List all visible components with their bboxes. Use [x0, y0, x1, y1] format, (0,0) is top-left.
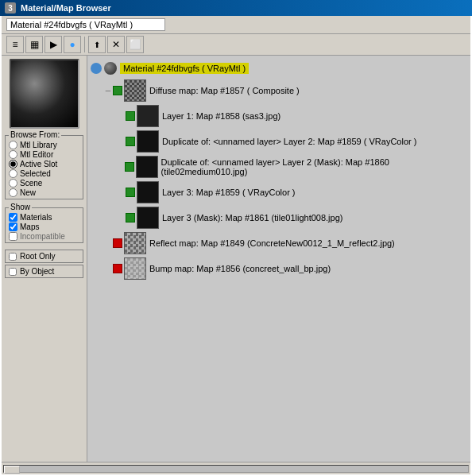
- root-only-label: Root Only: [20, 252, 55, 261]
- thumb-5: [137, 207, 159, 229]
- thumb-1: [137, 105, 159, 127]
- tree-item-3[interactable]: Duplicate of: <unnamed layer> Layer 2 (M…: [91, 154, 467, 180]
- material-label: Material #24fdbvgfs ( VRayMtl ): [6, 18, 165, 31]
- connector-green-4: [126, 188, 135, 197]
- radio-mtl-editor-label: Mtl Editor: [20, 150, 53, 159]
- root-item-text: Material #24fdbvgfs ( VRayMtl ): [120, 63, 249, 74]
- item-text-1: Layer 1: Map #1858 (sas3.jpg): [162, 111, 280, 121]
- tree-item-1[interactable]: Layer 1: Map #1858 (sas3.jpg): [91, 103, 467, 129]
- connector-green-2: [126, 137, 135, 146]
- root-only-button[interactable]: Root Only: [5, 250, 83, 263]
- tree-item-4[interactable]: Layer 3: Map #1859 ( VRayColor ): [91, 180, 467, 205]
- item-text-3: Duplicate of: <unnamed layer> Layer 2 (M…: [161, 157, 468, 176]
- tree-item-0[interactable]: ─ Diffuse map: Map #1857 ( Composite ): [91, 78, 467, 103]
- horizontal-scrollbar[interactable]: [2, 462, 470, 474]
- tree-item-5[interactable]: Layer 3 (Mask): Map #1861 (tile01light00…: [91, 205, 467, 230]
- by-object-button[interactable]: By Object: [5, 265, 83, 278]
- thumb-4: [137, 181, 159, 203]
- title-bar: 3 Material/Map Browser: [0, 0, 472, 16]
- root-sphere-icon: [103, 61, 118, 75]
- main-container: Material #24fdbvgfs ( VRayMtl ) ≡ ▦ ▶ ● …: [0, 16, 472, 476]
- connector-red-7: [113, 264, 122, 273]
- connector-red-6: [113, 238, 122, 248]
- radio-mtl-library-label: Mtl Library: [20, 141, 57, 149]
- go-button[interactable]: ▶: [44, 36, 62, 53]
- tree-item-6[interactable]: Reflect map: Map #1849 (ConcreteNew0012_…: [91, 230, 467, 256]
- radio-selected[interactable]: Selected: [9, 169, 79, 178]
- radio-scene[interactable]: Scene: [9, 179, 79, 188]
- scrollbar-thumb[interactable]: [4, 466, 20, 474]
- thumb-7: [124, 257, 146, 280]
- connector-green-0: [113, 86, 122, 95]
- browse-from-group: Browse From: Mtl Library Mtl Editor Acti…: [5, 135, 83, 199]
- connector-green-3: [125, 162, 134, 172]
- check-maps[interactable]: Maps: [9, 223, 79, 231]
- browse-from-label: Browse From:: [9, 130, 61, 139]
- tree-item-2[interactable]: Duplicate of: <unnamed layer> Layer 2: M…: [91, 129, 467, 154]
- thumb-6: [124, 232, 146, 254]
- check-incompatible-input[interactable]: [9, 232, 17, 241]
- app-icon: 3: [5, 2, 16, 14]
- icon-view-button[interactable]: ▦: [25, 36, 43, 53]
- show-options: Materials Maps Incompatible: [9, 210, 79, 241]
- check-incompatible-label: Incompatible: [20, 232, 65, 241]
- radio-mtl-editor-input[interactable]: [9, 150, 17, 159]
- radio-selected-input[interactable]: [9, 169, 17, 178]
- radio-selected-label: Selected: [20, 169, 51, 178]
- radio-scene-label: Scene: [20, 179, 42, 188]
- top-bar: Material #24fdbvgfs ( VRayMtl ): [2, 16, 470, 34]
- by-object-label: By Object: [20, 267, 54, 276]
- check-materials-input[interactable]: [9, 213, 17, 222]
- left-panel: Browse From: Mtl Library Mtl Editor Acti…: [2, 56, 87, 462]
- up-button[interactable]: ⬆: [88, 36, 106, 53]
- thumb-2: [137, 130, 159, 153]
- check-maps-label: Maps: [20, 223, 39, 231]
- delete-icon: ✕: [112, 39, 120, 50]
- radio-mtl-editor[interactable]: Mtl Editor: [9, 150, 79, 159]
- check-materials[interactable]: Materials: [9, 213, 79, 222]
- arrow-icon: ▶: [50, 39, 57, 50]
- tree-root-item[interactable]: Material #24fdbvgfs ( VRayMtl ): [91, 59, 467, 78]
- refresh-button[interactable]: ●: [64, 36, 81, 53]
- check-maps-input[interactable]: [9, 223, 17, 231]
- radio-mtl-library-input[interactable]: [9, 141, 17, 149]
- new-icon: ⬜: [130, 39, 141, 50]
- grid-icon: ▦: [30, 39, 39, 50]
- thumb-3: [136, 156, 158, 178]
- delete-button[interactable]: ✕: [107, 36, 125, 53]
- show-label: Show: [9, 203, 32, 211]
- item-text-0: Diffuse map: Map #1857 ( Composite ): [149, 86, 300, 95]
- by-object-check[interactable]: [9, 268, 17, 276]
- toolbar-separator-1: [84, 37, 85, 52]
- scrollbar-track[interactable]: [3, 465, 469, 473]
- up-icon: ⬆: [94, 41, 100, 49]
- list-icon: ≡: [12, 39, 17, 50]
- connector-green-5: [126, 213, 135, 223]
- radio-active-slot-input[interactable]: [9, 160, 17, 168]
- root-only-check[interactable]: [9, 253, 17, 261]
- item-text-2: Duplicate of: <unnamed layer> Layer 2: M…: [162, 137, 416, 146]
- show-group: Show Materials Maps Incompatible: [5, 207, 83, 243]
- thumb-0: [124, 79, 146, 102]
- tree-item-7[interactable]: Bump map: Map #1856 (concreet_wall_bp.jp…: [91, 256, 467, 281]
- expand-0: ─: [103, 87, 113, 95]
- tree-container: Material #24fdbvgfs ( VRayMtl ) ─ Diffus…: [91, 59, 467, 281]
- item-text-6: Reflect map: Map #1849 (ConcreteNew0012_…: [149, 238, 395, 248]
- preview-sphere: [10, 59, 79, 129]
- list-view-button[interactable]: ≡: [6, 36, 24, 53]
- radio-active-slot[interactable]: Active Slot: [9, 160, 79, 168]
- radio-active-slot-label: Active Slot: [20, 160, 57, 168]
- radio-mtl-library[interactable]: Mtl Library: [9, 141, 79, 149]
- content-area: Browse From: Mtl Library Mtl Editor Acti…: [2, 56, 470, 462]
- radio-scene-input[interactable]: [9, 179, 17, 188]
- check-materials-label: Materials: [20, 213, 52, 222]
- right-panel[interactable]: Material #24fdbvgfs ( VRayMtl ) ─ Diffus…: [87, 56, 470, 462]
- browse-from-options: Mtl Library Mtl Editor Active Slot Selec…: [9, 137, 79, 197]
- radio-new-input[interactable]: [9, 188, 17, 197]
- radio-new[interactable]: New: [9, 188, 79, 197]
- new-button[interactable]: ⬜: [126, 36, 144, 53]
- root-connector-dot: [91, 63, 102, 74]
- check-incompatible[interactable]: Incompatible: [9, 232, 79, 241]
- connector-green-1: [126, 111, 135, 121]
- item-text-5: Layer 3 (Mask): Map #1861 (tile01light00…: [162, 213, 342, 223]
